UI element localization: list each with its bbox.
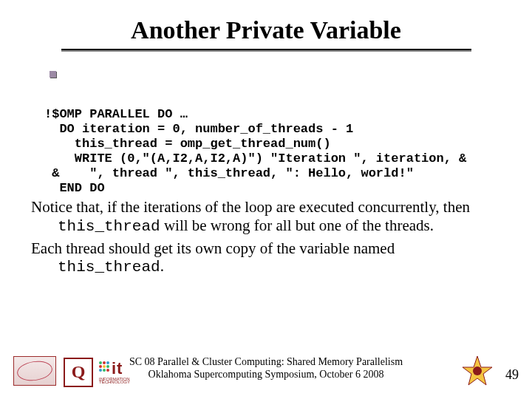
para1-part-b: will be wrong for all but one of the thr… xyxy=(160,216,434,234)
slide: Another Private Variable !$OMP PARALLEL … xyxy=(0,0,532,399)
para2-part-a: Each thread should get its own copy of t… xyxy=(31,239,395,257)
footer-line-1: SC 08 Parallel & Cluster Computing: Shar… xyxy=(129,356,403,367)
code-block: !$OMP PARALLEL DO … DO iteration = 0, nu… xyxy=(44,107,466,196)
footer-text: SC 08 Parallel & Cluster Computing: Shar… xyxy=(0,356,532,381)
title-underline xyxy=(61,49,471,50)
svg-point-1 xyxy=(473,366,482,375)
bullet-icon xyxy=(50,71,56,78)
page-number: 49 xyxy=(505,367,519,383)
footer-line-2: Oklahoma Supercomputing Symposium, Octob… xyxy=(149,369,384,380)
star-logo-icon xyxy=(461,355,494,387)
footer: Q it INFORMATION TECHNOLOGY SC 08 Parall… xyxy=(0,350,532,387)
slide-title: Another Private Variable xyxy=(59,0,473,47)
para1-part-a: Notice that, if the iterations of the lo… xyxy=(31,198,470,216)
paragraph-2: Each thread should get its own copy of t… xyxy=(31,239,504,278)
para2-part-b: . xyxy=(160,257,164,275)
para1-keyword: this_thread xyxy=(58,218,160,235)
paragraph-1: Notice that, if the iterations of the lo… xyxy=(31,198,504,236)
body-text: Notice that, if the iterations of the lo… xyxy=(31,198,504,280)
para2-keyword: this_thread xyxy=(58,259,160,276)
